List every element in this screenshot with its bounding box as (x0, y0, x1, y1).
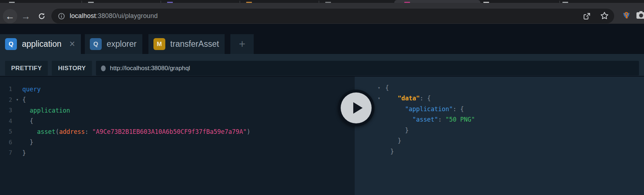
camera-extension-icon[interactable] (636, 10, 644, 21)
endpoint-url-value: http://localhost:38080/graphql (110, 65, 190, 72)
code-token: } (390, 127, 409, 134)
response-line: } (385, 136, 644, 146)
tab-close-icon[interactable]: × (69, 39, 75, 49)
line-number: 4 (0, 118, 12, 124)
code-token: : { (453, 105, 464, 113)
operation-type-badge: Q (5, 38, 17, 50)
code-token: ) (247, 128, 250, 135)
code-token: { (385, 84, 389, 91)
response-line: "asset": "50 PNG" (385, 114, 644, 125)
editor-line[interactable]: 2▾{ (0, 95, 355, 105)
code-token: } (22, 139, 33, 146)
code-token: "A9Ce73B2B1EB603A10A6b50CF9f37fBa59e7a79… (92, 128, 247, 135)
code-token: { (22, 96, 26, 103)
code-text: { (22, 117, 33, 124)
playground-tab-transferAsset[interactable]: MtransferAsset (148, 34, 225, 54)
tab-label: application (22, 39, 61, 49)
url-text: localhost:38080/ui/playground (70, 12, 158, 20)
response-line: ▾{ (385, 82, 644, 93)
playground-tab-application[interactable]: Qapplication× (0, 34, 81, 54)
code-token (390, 116, 412, 123)
code-token: "asset" (412, 116, 438, 123)
line-number: 2 (0, 96, 12, 103)
code-token: : (438, 116, 445, 123)
code-token (390, 95, 397, 102)
code-token: } (390, 137, 401, 144)
code-token: "50 PNG" (446, 116, 475, 123)
tab-label: transferAsset (170, 39, 219, 49)
editor-line[interactable]: 1query (0, 84, 355, 95)
line-number: 7 (0, 149, 12, 156)
back-button[interactable]: ← (3, 9, 17, 23)
fold-arrow-icon[interactable]: ▾ (378, 82, 380, 93)
play-button-circle (341, 92, 372, 123)
operation-type-badge: M (153, 38, 165, 50)
share-icon[interactable] (582, 12, 592, 22)
bookmark-star-icon[interactable] (599, 11, 610, 22)
response-line: } (385, 146, 644, 157)
key-extension-icon[interactable] (621, 10, 631, 22)
code-text: query (22, 86, 41, 93)
execute-query-button[interactable] (338, 90, 374, 126)
line-number: 5 (0, 128, 12, 135)
response-line: "application": { (385, 104, 644, 114)
code-token (390, 105, 405, 113)
code-token: "data" (397, 95, 419, 102)
history-button[interactable]: HISTORY (52, 61, 92, 76)
url-path: :38080/ui/playground (96, 12, 158, 19)
playground-toolbar: PRETTIFY HISTORY http://localhost:38080/… (0, 54, 644, 77)
reload-icon (37, 12, 46, 21)
code-token: query (22, 86, 41, 93)
graphql-playground: Qapplication×QexplorerMtransferAsset+ PR… (0, 24, 644, 195)
code-text: } (22, 149, 26, 157)
url-host: localhost (70, 12, 96, 19)
code-token: { (22, 117, 33, 124)
browser-toolbar: ← → localhost:38080/ui/playground (0, 3, 644, 24)
address-bar[interactable]: localhost:38080/ui/playground (51, 9, 614, 23)
code-token: ( (55, 128, 59, 135)
response-pane: ▾{▾ "data": { "application": { "asset": … (355, 77, 644, 195)
info-icon[interactable] (58, 12, 65, 20)
code-token: address (59, 128, 85, 135)
query-editor-code[interactable]: 1query2▾{3 application4 {5 asset(address… (0, 77, 355, 158)
response-line: } (385, 125, 644, 136)
editor-line[interactable]: 6 } (0, 137, 355, 148)
fold-arrow-icon[interactable]: ▾ (12, 97, 22, 102)
code-text: { (22, 96, 26, 103)
code-token (22, 128, 37, 135)
line-number: 3 (0, 107, 12, 114)
endpoint-url-input[interactable]: http://localhost:38080/graphql (96, 61, 639, 76)
editor-line[interactable]: 5 asset(address: "A9Ce73B2B1EB603A10A6b5… (0, 126, 355, 137)
line-number: 1 (0, 86, 12, 92)
line-number: 6 (0, 139, 12, 146)
endpoint-status-dot-icon (101, 65, 106, 71)
code-text: application (22, 107, 70, 114)
browser-tab-strip[interactable] (0, 0, 644, 3)
prettify-button[interactable]: PRETTIFY (5, 61, 48, 76)
code-token: : { (420, 95, 431, 102)
operation-type-badge: Q (90, 38, 102, 50)
editor-line[interactable]: 4 { (0, 116, 355, 127)
code-token: application (29, 107, 70, 114)
code-text: } (22, 139, 33, 146)
query-editor-pane[interactable]: 1query2▾{3 application4 {5 asset(address… (0, 77, 355, 195)
code-token (22, 107, 29, 114)
code-token: } (390, 148, 394, 155)
editor-line[interactable]: 3 application (0, 105, 355, 116)
playground-tab-bar: Qapplication×QexplorerMtransferAsset+ (0, 34, 254, 54)
code-token: : (85, 128, 92, 135)
response-line: ▾ "data": { (385, 93, 644, 104)
code-token: "application" (405, 105, 453, 113)
editor-line[interactable]: 7} (0, 148, 355, 158)
tab-label: explorer (107, 39, 137, 49)
new-tab-button[interactable]: + (230, 34, 254, 54)
code-token: } (22, 149, 26, 157)
code-token: asset (37, 128, 55, 135)
playground-tab-explorer[interactable]: Qexplorer (85, 34, 142, 54)
code-text: asset(address: "A9Ce73B2B1EB603A10A6b50C… (22, 128, 250, 135)
forward-button[interactable]: → (19, 9, 33, 23)
play-icon (353, 102, 363, 114)
fold-arrow-icon[interactable]: ▾ (378, 93, 380, 104)
response-json: ▾{▾ "data": { "application": { "asset": … (355, 77, 644, 157)
reload-button[interactable] (34, 9, 49, 23)
